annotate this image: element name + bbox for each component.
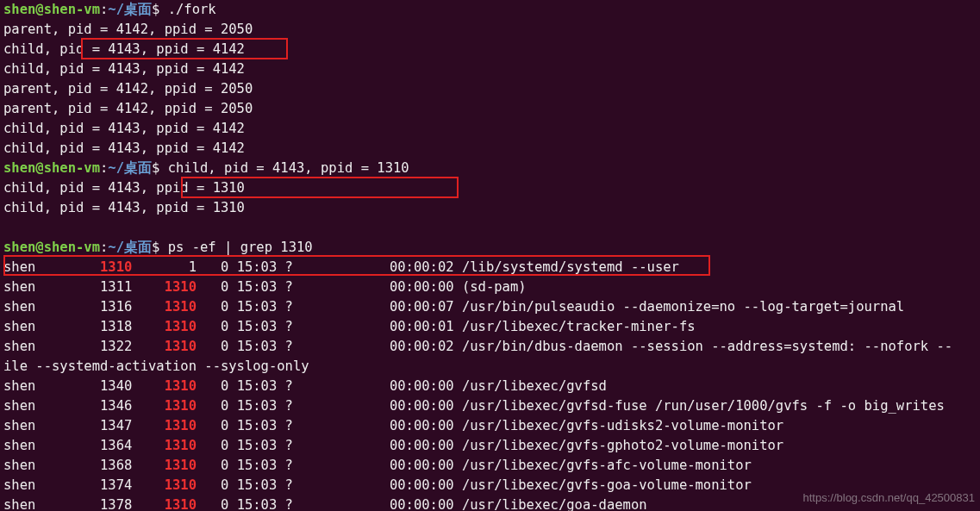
terminal[interactable]: shen@shen-vm:~/桌面$ ./forkparent, pid = 4…	[3, 0, 977, 511]
output-line: child, pid = 4143, ppid = 1310	[3, 198, 977, 218]
output-line: child, pid = 4143, ppid = 1310	[168, 160, 409, 176]
output-line: child, pid = 4143, ppid = 4142	[3, 40, 977, 59]
output-line: child, pid = 4143, ppid = 4142	[3, 119, 977, 139]
ps-row: shen 1340 1310 0 15:03 ? 00:00:00 /usr/l…	[3, 377, 977, 396]
prompt-line[interactable]: shen@shen-vm:~/桌面$ child, pid = 4143, pp…	[3, 159, 977, 178]
output-line: parent, pid = 4142, ppid = 2050	[3, 20, 977, 40]
ps-row-wrap: ile --systemd-activation --syslog-only	[3, 357, 977, 377]
command: ps -ef | grep 1310	[168, 240, 313, 255]
output-line: child, pid = 4143, ppid = 1310	[3, 178, 977, 198]
output-line: parent, pid = 4142, ppid = 2050	[3, 79, 977, 99]
ps-row: shen 1311 1310 0 15:03 ? 00:00:00 (sd-pa…	[3, 277, 977, 297]
ps-row: shen 1346 1310 0 15:03 ? 00:00:00 /usr/l…	[3, 396, 977, 416]
prompt-line[interactable]: shen@shen-vm:~/桌面$ ./fork	[3, 0, 977, 20]
ps-row: shen 1368 1310 0 15:03 ? 00:00:00 /usr/l…	[3, 456, 977, 476]
ps-row: shen 1322 1310 0 15:03 ? 00:00:02 /usr/b…	[3, 337, 977, 357]
ps-row: shen 1316 1310 0 15:03 ? 00:00:07 /usr/b…	[3, 297, 977, 317]
output-line: child, pid = 4143, ppid = 4142	[3, 139, 977, 159]
output-line: parent, pid = 4142, ppid = 2050	[3, 99, 977, 119]
blank-line	[3, 218, 977, 238]
command: ./fork	[168, 2, 216, 17]
ps-row: shen 1347 1310 0 15:03 ? 00:00:00 /usr/l…	[3, 416, 977, 436]
ps-row: shen 1318 1310 0 15:03 ? 00:00:01 /usr/l…	[3, 317, 977, 337]
prompt-line[interactable]: shen@shen-vm:~/桌面$ ps -ef | grep 1310	[3, 238, 977, 258]
watermark: https://blog.csdn.net/qq_42500831	[803, 488, 976, 508]
ps-row: shen 1364 1310 0 15:03 ? 00:00:00 /usr/l…	[3, 436, 977, 456]
output-line: child, pid = 4143, ppid = 4142	[3, 59, 977, 79]
ps-row: shen 1310 1 0 15:03 ? 00:00:02 /lib/syst…	[3, 258, 977, 277]
